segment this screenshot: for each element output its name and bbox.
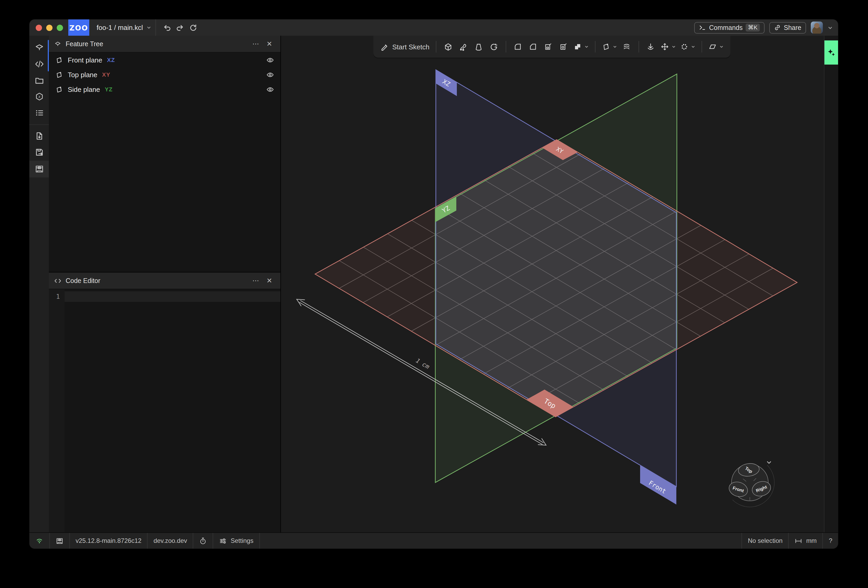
- divider: [701, 41, 702, 53]
- axis-badge: XY: [102, 71, 110, 78]
- undo-button[interactable]: [160, 21, 173, 34]
- svg-text:x: x: [38, 94, 40, 99]
- close-window-button[interactable]: [36, 24, 42, 31]
- sketch-plane-button[interactable]: [707, 39, 725, 55]
- sliders-icon: [219, 537, 227, 545]
- loft-button[interactable]: [472, 39, 486, 55]
- code-editor-panel: Code Editor ⋯ ✕ 1: [49, 273, 280, 532]
- helix-button[interactable]: [620, 39, 634, 55]
- revolve-button[interactable]: [487, 39, 501, 55]
- sparkles-icon: [827, 48, 836, 57]
- project-breadcrumb[interactable]: foo-1 / main.kcl: [97, 24, 151, 31]
- folder-icon: [34, 75, 44, 85]
- window-controls: [30, 24, 68, 31]
- extrude-button[interactable]: [441, 39, 455, 55]
- share-button[interactable]: Share: [769, 22, 806, 33]
- printer-3d-icon: [34, 164, 44, 174]
- hole-button[interactable]: [557, 39, 571, 55]
- user-menu-chevron-icon[interactable]: [828, 25, 833, 30]
- divider: [506, 41, 506, 53]
- boolean-button[interactable]: [572, 39, 590, 55]
- zoom-window-button[interactable]: [57, 24, 63, 31]
- stopwatch-icon: [199, 537, 207, 545]
- divider: [155, 19, 156, 36]
- fillet-button[interactable]: [511, 39, 525, 55]
- gizmo-menu-chevron-icon[interactable]: [766, 460, 772, 465]
- modeling-viewport[interactable]: XZ YZ XY Top Front: [281, 36, 824, 532]
- status-bar: v25.12.8-main.8726c12 dev.zoo.dev Settin…: [30, 532, 838, 549]
- loft-icon: [474, 42, 483, 51]
- commands-label: Commands: [709, 24, 743, 31]
- insert-button[interactable]: [644, 39, 658, 55]
- list-icon: [34, 108, 44, 118]
- make-status-button[interactable]: [50, 533, 70, 549]
- sidebar-item-variables[interactable]: x: [31, 89, 47, 105]
- code-icon: [54, 277, 61, 284]
- commands-button[interactable]: Commands ⌘K: [694, 22, 765, 33]
- axis-badge: YZ: [105, 86, 113, 93]
- user-avatar[interactable]: [811, 22, 823, 34]
- start-sketch-button[interactable]: Start Sketch: [379, 39, 431, 55]
- shell-button[interactable]: [542, 39, 555, 55]
- save-export-icon: [34, 147, 44, 157]
- timer-button[interactable]: [193, 533, 214, 549]
- left-sidebar-rail: x: [30, 36, 49, 532]
- divider: [436, 41, 436, 53]
- sidebar-item-feature-tree[interactable]: [31, 40, 47, 56]
- plane-icon: [55, 85, 63, 93]
- pattern-button[interactable]: [678, 39, 697, 55]
- zoo-logo[interactable]: ZOO: [68, 19, 89, 36]
- code-editor-body[interactable]: 1: [49, 289, 280, 532]
- helix-icon: [623, 43, 631, 51]
- redo-button[interactable]: [173, 21, 186, 34]
- help-button[interactable]: ?: [822, 533, 838, 549]
- visibility-eye-icon[interactable]: [266, 56, 274, 64]
- network-status-button[interactable]: [30, 533, 50, 549]
- sidebar-item-code[interactable]: [31, 56, 47, 72]
- chevron-down-icon: [146, 25, 151, 30]
- revolve-icon: [489, 42, 498, 51]
- sweep-button[interactable]: [456, 39, 471, 55]
- side-panels: Feature Tree ⋯ ✕ Front plane XZ: [49, 36, 281, 532]
- panel-title: Feature Tree: [66, 40, 103, 47]
- host-environment-button[interactable]: dev.zoo.dev: [148, 533, 193, 549]
- minimize-window-button[interactable]: [46, 24, 53, 31]
- app-version: v25.12.8-main.8726c12: [70, 533, 148, 549]
- offset-plane-button[interactable]: [600, 39, 619, 55]
- file-import-icon: [34, 131, 44, 141]
- panel-close-button[interactable]: ✕: [264, 275, 275, 286]
- panel-menu-button[interactable]: ⋯: [250, 275, 261, 286]
- viewport-toolbar: Start Sketch: [373, 36, 731, 58]
- main-area: x Feature Tree: [30, 36, 838, 532]
- reload-button[interactable]: [186, 21, 199, 34]
- settings-button[interactable]: Settings: [214, 533, 260, 549]
- terminal-icon: [699, 24, 706, 31]
- feature-tree-body: Front plane XZ Top plane XY: [49, 53, 280, 272]
- move-icon: [661, 43, 669, 51]
- view-gizmo[interactable]: Top Front Right: [727, 462, 774, 507]
- feature-tree-row-side-plane[interactable]: Side plane YZ: [49, 82, 280, 97]
- sidebar-item-project-files[interactable]: [31, 72, 47, 88]
- code-editor-header: Code Editor ⋯ ✕: [49, 273, 280, 289]
- sidebar-item-import[interactable]: [31, 128, 47, 144]
- units-button[interactable]: mm: [788, 533, 822, 549]
- panel-close-button[interactable]: ✕: [264, 38, 275, 50]
- panel-menu-button[interactable]: ⋯: [250, 38, 261, 50]
- sidebar-item-logs[interactable]: [31, 105, 47, 121]
- feature-tree-header: Feature Tree ⋯ ✕: [49, 36, 280, 53]
- feature-tree-icon: [54, 40, 61, 47]
- feature-tree-row-front-plane[interactable]: Front plane XZ: [49, 53, 280, 67]
- divider: [639, 41, 639, 53]
- transform-button[interactable]: [659, 39, 678, 55]
- wifi-icon: [35, 536, 44, 545]
- feature-tree-row-top-plane[interactable]: Top plane XY: [49, 67, 280, 82]
- sidebar-item-make[interactable]: [30, 161, 49, 177]
- divider: [595, 41, 595, 53]
- right-sidebar-rail: [824, 36, 838, 532]
- text-to-cad-button[interactable]: [824, 40, 838, 65]
- chamfer-icon: [529, 43, 537, 51]
- visibility-eye-icon[interactable]: [266, 85, 274, 93]
- visibility-eye-icon[interactable]: [266, 71, 274, 78]
- chamfer-button[interactable]: [526, 39, 540, 55]
- sidebar-item-export[interactable]: [31, 144, 47, 160]
